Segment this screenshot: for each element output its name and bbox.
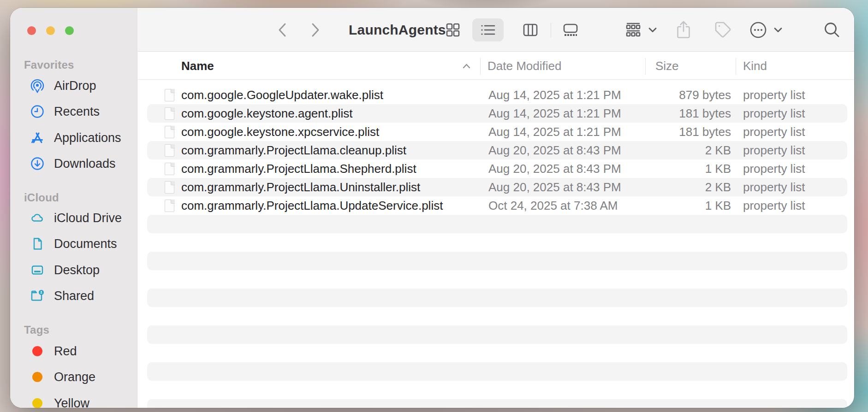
empty-row xyxy=(147,381,847,399)
file-date: Aug 20, 2025 at 8:43 PM xyxy=(488,178,621,196)
empty-row xyxy=(147,344,847,362)
list-view-button[interactable] xyxy=(472,18,504,41)
column-view-button[interactable] xyxy=(515,18,546,41)
share-button xyxy=(672,8,695,52)
column-header-name[interactable]: Name xyxy=(181,52,214,80)
sidebar-item-tag-yellow[interactable]: Yellow xyxy=(17,393,132,408)
zoom-button[interactable] xyxy=(65,26,74,35)
sort-ascending-icon[interactable] xyxy=(463,52,470,80)
file-date: Aug 20, 2025 at 8:43 PM xyxy=(488,141,621,159)
gallery-view-icon xyxy=(562,21,579,39)
minimize-button[interactable] xyxy=(46,26,55,35)
column-header-kind[interactable]: Kind xyxy=(743,52,767,80)
file-kind: property list xyxy=(743,159,805,178)
table-row[interactable]: com.grammarly.ProjectLlama.Shepherd.plis… xyxy=(147,159,847,178)
plist-file-icon xyxy=(165,163,174,175)
red-tag-icon xyxy=(30,343,45,359)
list-view-icon xyxy=(479,22,497,38)
group-by-chevron[interactable] xyxy=(647,8,659,52)
sidebar-item-label: Recents xyxy=(54,105,100,119)
table-row[interactable]: com.grammarly.ProjectLlama.Uninstaller.p… xyxy=(147,178,847,196)
sidebar-item-tag-orange[interactable]: Orange xyxy=(17,366,132,388)
file-date: Aug 14, 2025 at 1:21 PM xyxy=(488,104,621,123)
file-kind: property list xyxy=(743,86,805,104)
orange-tag-icon xyxy=(30,369,45,385)
file-name: com.google.keystone.agent.plist xyxy=(181,104,352,123)
sidebar-item-tag-red[interactable]: Red xyxy=(17,341,132,362)
sidebar-item-documents[interactable]: Documents xyxy=(17,233,132,254)
appstore-icon xyxy=(30,130,45,146)
plist-file-icon xyxy=(165,126,174,138)
search-button[interactable] xyxy=(820,8,844,52)
more-actions-button[interactable] xyxy=(747,8,770,52)
table-row[interactable]: com.grammarly.ProjectLlama.UpdateService… xyxy=(147,196,847,215)
table-row[interactable]: com.google.keystone.agent.plist Aug 14, … xyxy=(147,104,847,123)
sidebar-item-recents[interactable]: Recents xyxy=(17,101,132,122)
file-date: Aug 20, 2025 at 8:43 PM xyxy=(488,159,621,178)
empty-row xyxy=(147,215,847,233)
empty-row xyxy=(147,362,847,381)
file-size: 2 KB xyxy=(630,178,731,196)
close-button[interactable] xyxy=(27,26,36,35)
empty-row xyxy=(147,325,847,344)
document-icon xyxy=(30,236,45,252)
file-name: com.google.keystone.xpcservice.plist xyxy=(181,123,379,141)
icon-view-button[interactable] xyxy=(437,18,469,41)
sidebar-section-icloud: iCloud xyxy=(24,191,59,204)
column-divider[interactable] xyxy=(480,58,481,75)
table-row[interactable]: com.grammarly.ProjectLlama.cleanup.plist… xyxy=(147,141,847,159)
toolbar-separator xyxy=(551,23,551,37)
tag-icon xyxy=(713,20,732,40)
sidebar-item-downloads[interactable]: Downloads xyxy=(17,153,132,174)
sidebar-item-label: Desktop xyxy=(54,263,100,277)
empty-row xyxy=(147,307,847,325)
file-size: 181 bytes xyxy=(630,104,731,123)
group-by-button[interactable] xyxy=(622,8,644,52)
empty-row xyxy=(147,233,847,252)
plist-file-icon xyxy=(165,89,174,101)
traffic-lights xyxy=(27,26,74,35)
empty-row xyxy=(147,270,847,288)
cloud-icon xyxy=(30,210,45,226)
more-actions-chevron[interactable] xyxy=(772,8,784,52)
empty-row xyxy=(147,399,847,408)
column-divider[interactable] xyxy=(645,58,646,75)
sidebar-item-airdrop[interactable]: AirDrop xyxy=(17,75,132,96)
table-row[interactable]: com.google.keystone.xpcservice.plist Aug… xyxy=(147,123,847,141)
sidebar-item-label: Red xyxy=(54,344,77,359)
file-name: com.grammarly.ProjectLlama.Uninstaller.p… xyxy=(181,178,420,196)
file-kind: property list xyxy=(743,123,805,141)
file-name: com.grammarly.ProjectLlama.UpdateService… xyxy=(181,196,443,215)
file-size: 2 KB xyxy=(630,141,731,159)
sidebar-item-label: iCloud Drive xyxy=(54,211,122,225)
file-kind: property list xyxy=(743,196,805,215)
plist-file-icon xyxy=(165,181,174,194)
file-name: com.google.GoogleUpdater.wake.plist xyxy=(181,86,383,104)
table-row[interactable]: com.google.GoogleUpdater.wake.plist Aug … xyxy=(147,86,847,104)
column-header-row: Name Date Modified Size Kind xyxy=(138,52,854,80)
yellow-tag-icon xyxy=(30,395,45,408)
empty-row xyxy=(147,288,847,307)
sidebar-item-label: Orange xyxy=(54,370,95,384)
column-divider[interactable] xyxy=(736,58,736,75)
more-actions-icon xyxy=(749,21,767,39)
plist-file-icon xyxy=(165,200,174,212)
sidebar-section-favorites: Favorites xyxy=(24,59,74,71)
search-icon xyxy=(823,21,841,39)
sidebar: Favorites AirDrop Recents xyxy=(10,8,137,408)
plist-file-icon xyxy=(165,144,174,157)
toolbar: LaunchAgents xyxy=(138,8,854,52)
column-header-date-modified[interactable]: Date Modified xyxy=(488,52,561,80)
chevron-down-icon xyxy=(648,27,657,33)
file-list: com.google.GoogleUpdater.wake.plist Aug … xyxy=(138,80,854,408)
column-header-size[interactable]: Size xyxy=(655,52,679,80)
sidebar-item-icloud-drive[interactable]: iCloud Drive xyxy=(17,207,132,229)
gallery-view-button[interactable] xyxy=(555,18,586,41)
tag-button xyxy=(711,8,734,52)
view-switcher xyxy=(437,18,586,41)
sidebar-item-shared[interactable]: Shared xyxy=(17,285,132,306)
airdrop-icon xyxy=(30,78,45,94)
sidebar-item-applications[interactable]: Applications xyxy=(17,127,132,148)
file-size: 1 KB xyxy=(630,159,731,178)
sidebar-item-desktop[interactable]: Desktop xyxy=(17,259,132,281)
